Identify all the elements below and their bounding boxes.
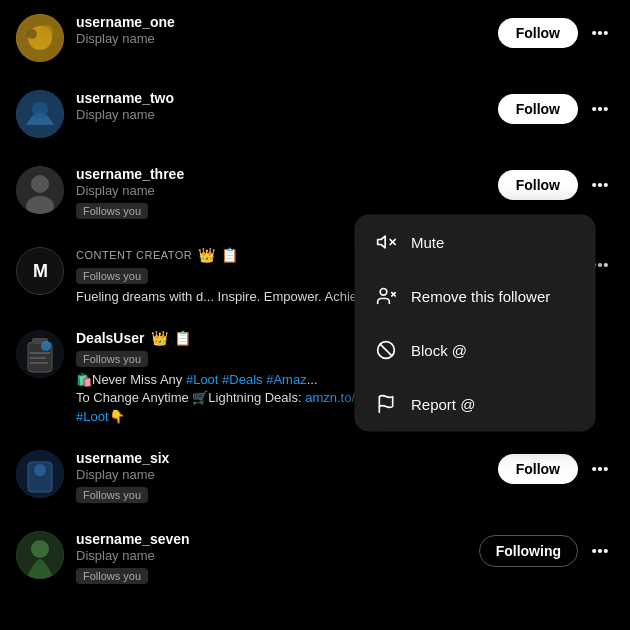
- svg-marker-39: [378, 236, 386, 248]
- report-label: Report @: [411, 396, 475, 413]
- block-menu-item[interactable]: Block @: [355, 323, 595, 377]
- remove-follower-menu-item[interactable]: Remove this follower: [355, 269, 595, 323]
- report-icon: [375, 393, 397, 415]
- remove-follower-label: Remove this follower: [411, 288, 550, 305]
- mute-icon: [375, 231, 397, 253]
- svg-point-42: [380, 289, 387, 296]
- block-label: Block @: [411, 342, 467, 359]
- context-menu: Mute Remove this follower Block @: [355, 215, 595, 431]
- remove-follower-icon: [375, 285, 397, 307]
- block-icon: [375, 339, 397, 361]
- mute-menu-item[interactable]: Mute: [355, 215, 595, 269]
- report-menu-item[interactable]: Report @: [355, 377, 595, 431]
- mute-label: Mute: [411, 234, 444, 251]
- svg-line-46: [380, 344, 392, 356]
